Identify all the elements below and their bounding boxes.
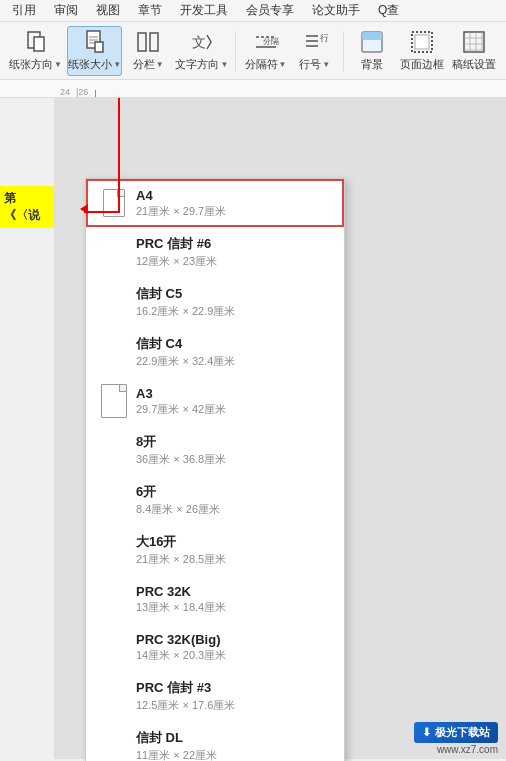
divider-button[interactable]: 分隔 分隔符 ▼ — [242, 26, 289, 76]
page-orientation-label: 纸张方向 ▼ — [9, 57, 62, 72]
menu-devtools[interactable]: 开发工具 — [172, 0, 236, 21]
menu-chapter[interactable]: 章节 — [130, 0, 170, 21]
page-orientation-button[interactable]: 纸张方向 ▼ — [8, 26, 63, 76]
menu-cite[interactable]: 引用 — [4, 0, 44, 21]
6kai-icon — [100, 484, 128, 516]
svg-rect-7 — [138, 33, 146, 51]
page-border-label: 页面边框 — [400, 57, 444, 72]
page-border-icon — [408, 29, 436, 55]
chevron-down-icon: ▼ — [220, 60, 228, 69]
prc3-size: 12.5厘米 × 17.6厘米 — [136, 698, 235, 713]
chevron-down-icon: ▼ — [54, 60, 62, 69]
a4-text: A4 21厘米 × 29.7厘米 — [136, 188, 226, 219]
background-button[interactable]: 背景 — [350, 26, 394, 76]
watermark-url: www.xz7.com — [437, 744, 498, 755]
menu-search[interactable]: Q查 — [370, 0, 407, 21]
paper-size-a3[interactable]: A3 29.7厘米 × 42厘米 — [86, 377, 344, 425]
svg-rect-1 — [34, 37, 44, 51]
8kai-icon — [100, 434, 128, 466]
line-spacing-button[interactable]: 行号 行号 ▼ — [293, 26, 337, 76]
dl-text: 信封 DL 11厘米 × 22厘米 — [136, 729, 217, 761]
watermark-icon: ⬇ — [422, 726, 431, 739]
ruler-mark: | — [94, 88, 96, 97]
prc3-icon — [100, 680, 128, 712]
menu-paper-helper[interactable]: 论文助手 — [304, 0, 368, 21]
paper-size-a4[interactable]: A4 21厘米 × 29.7厘米 — [86, 179, 344, 227]
a3-name: A3 — [136, 386, 226, 401]
chevron-down-icon: ▼ — [322, 60, 330, 69]
paper-size-prc32k[interactable]: PRC 32K 13厘米 × 18.4厘米 — [86, 575, 344, 623]
grid-paper-button[interactable]: 稿纸设置 — [450, 26, 498, 76]
ruler: 24 |26 | — [0, 80, 506, 98]
red-arrow-horizontal — [84, 211, 120, 213]
line-spacing-icon: 行号 — [301, 29, 329, 55]
prc3-text: PRC 信封 #3 12.5厘米 × 17.6厘米 — [136, 679, 235, 713]
a3-size: 29.7厘米 × 42厘米 — [136, 402, 226, 417]
chevron-down-icon: ▼ — [279, 60, 287, 69]
text-direction-label: 文字方向 ▼ — [175, 57, 228, 72]
page-border-button[interactable]: 页面边框 — [398, 26, 446, 76]
6kai-size: 8.4厘米 × 26厘米 — [136, 502, 220, 517]
paper-size-dl[interactable]: 信封 DL 11厘米 × 22厘米 — [86, 721, 344, 761]
6kai-text: 6开 8.4厘米 × 26厘米 — [136, 483, 220, 517]
8kai-size: 36厘米 × 36.8厘米 — [136, 452, 226, 467]
prc32k-text: PRC 32K 13厘米 × 18.4厘米 — [136, 584, 226, 615]
toolbar-separator-1 — [235, 31, 236, 71]
chevron-down-icon: ▼ — [113, 60, 121, 69]
paper-size-8kai[interactable]: 8开 36厘米 × 36.8厘米 — [86, 425, 344, 475]
6kai-name: 6开 — [136, 483, 220, 501]
prc6-icon — [100, 236, 128, 268]
ruler-mark: 24 — [60, 87, 70, 97]
grid-paper-label: 稿纸设置 — [452, 57, 496, 72]
page-size-icon — [81, 29, 109, 55]
dl-size: 11厘米 × 22厘米 — [136, 748, 217, 761]
page-orientation-icon — [22, 29, 50, 55]
page-size-label: 纸张大小 ▼ — [68, 57, 121, 72]
paper-size-c4[interactable]: 信封 C4 22.9厘米 × 32.4厘米 — [86, 327, 344, 377]
menu-vip[interactable]: 会员专享 — [238, 0, 302, 21]
paper-size-6kai[interactable]: 6开 8.4厘米 × 26厘米 — [86, 475, 344, 525]
paper-size-prc3[interactable]: PRC 信封 #3 12.5厘米 × 17.6厘米 — [86, 671, 344, 721]
big16kai-name: 大16开 — [136, 533, 226, 551]
prc32kbig-name: PRC 32K(Big) — [136, 632, 226, 647]
text-direction-button[interactable]: 文 文字方向 ▼ — [174, 26, 229, 76]
menu-review[interactable]: 审阅 — [46, 0, 86, 21]
background-icon — [358, 29, 386, 55]
svg-rect-18 — [362, 32, 382, 40]
paper-size-prc32kbig[interactable]: PRC 32K(Big) 14厘米 × 20.3厘米 — [86, 623, 344, 671]
svg-text:文: 文 — [192, 34, 206, 50]
prc3-name: PRC 信封 #3 — [136, 679, 235, 697]
content-area: 第《〈说 A4 21厘米 × 29.7厘米 PRC 信封 #6 12厘米 × 2… — [0, 98, 506, 759]
dl-icon — [100, 730, 128, 761]
columns-label: 分栏 ▼ — [133, 57, 164, 72]
paper-size-big16kai[interactable]: 大16开 21厘米 × 28.5厘米 — [86, 525, 344, 575]
c5-text: 信封 C5 16.2厘米 × 22.9厘米 — [136, 285, 235, 319]
svg-text:分隔: 分隔 — [263, 37, 279, 46]
background-label: 背景 — [361, 57, 383, 72]
c5-size: 16.2厘米 × 22.9厘米 — [136, 304, 235, 319]
red-arrow-vertical — [118, 98, 120, 213]
columns-button[interactable]: 分栏 ▼ — [126, 26, 170, 76]
8kai-text: 8开 36厘米 × 36.8厘米 — [136, 433, 226, 467]
c4-text: 信封 C4 22.9厘米 × 32.4厘米 — [136, 335, 235, 369]
c5-icon — [100, 286, 128, 318]
prc6-name: PRC 信封 #6 — [136, 235, 217, 253]
paper-size-prc6[interactable]: PRC 信封 #6 12厘米 × 23厘米 — [86, 227, 344, 277]
toolbar: 纸张方向 ▼ 纸张大小 ▼ 分栏 ▼ — [0, 22, 506, 80]
line-spacing-label: 行号 ▼ — [299, 57, 330, 72]
svg-rect-21 — [464, 32, 484, 52]
chevron-down-icon: ▼ — [156, 60, 164, 69]
text-direction-icon: 文 — [188, 29, 216, 55]
c4-name: 信封 C4 — [136, 335, 235, 353]
menu-view[interactable]: 视图 — [88, 0, 128, 21]
a3-text: A3 29.7厘米 × 42厘米 — [136, 386, 226, 417]
toolbar-separator-2 — [343, 31, 344, 71]
prc32k-icon — [100, 583, 128, 615]
prc32kbig-size: 14厘米 × 20.3厘米 — [136, 648, 226, 663]
a3-page-icon — [100, 385, 128, 417]
ruler-mark: |26 — [76, 87, 88, 97]
c4-icon — [100, 336, 128, 368]
paper-size-c5[interactable]: 信封 C5 16.2厘米 × 22.9厘米 — [86, 277, 344, 327]
svg-rect-8 — [150, 33, 158, 51]
page-size-button[interactable]: 纸张大小 ▼ — [67, 26, 122, 76]
